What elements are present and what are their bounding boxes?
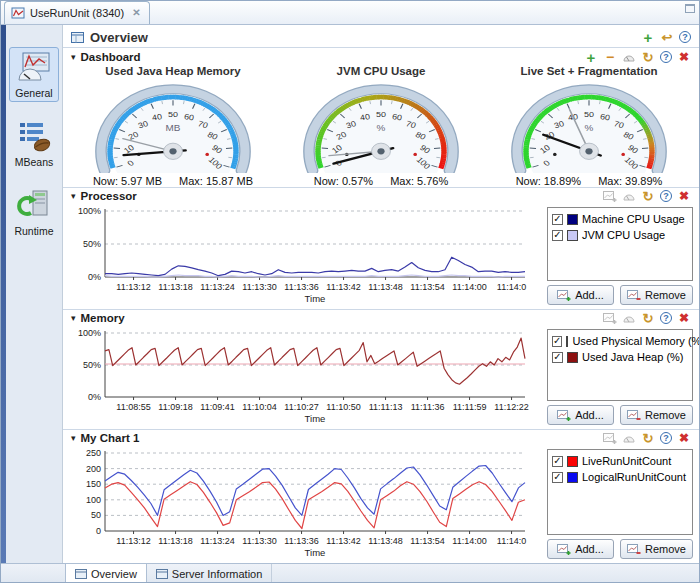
chart-add-icon[interactable] xyxy=(603,311,617,325)
svg-text:Time: Time xyxy=(305,293,326,304)
refresh-icon[interactable]: ↻ xyxy=(641,431,655,445)
chart-remove-icon xyxy=(627,289,641,301)
restore-window-icon[interactable] xyxy=(685,4,695,13)
svg-text:100%: 100% xyxy=(78,328,101,338)
help-icon[interactable]: ? xyxy=(660,432,672,444)
svg-text:11:13:24: 11:13:24 xyxy=(200,282,234,292)
add-attribute-button[interactable]: Add... xyxy=(547,539,614,559)
sidebar-item-label: General xyxy=(11,87,57,99)
collapse-icon[interactable]: ▾ xyxy=(71,191,76,201)
help-icon[interactable]: ? xyxy=(660,51,672,63)
svg-text:MB: MB xyxy=(166,124,181,133)
sidebar-item-label: MBeans xyxy=(11,156,57,168)
checkbox-checked[interactable]: ✓ xyxy=(552,214,563,225)
checkbox-checked[interactable]: ✓ xyxy=(552,336,562,347)
memory-header[interactable]: ▾ Memory ↻ ? ✖ xyxy=(63,310,699,325)
svg-text:40: 40 xyxy=(151,112,163,123)
page-header: Overview + ↩ ? xyxy=(63,25,699,47)
delete-section-icon[interactable]: ✖ xyxy=(677,311,691,325)
sidebar: General MBeans Runtim xyxy=(1,25,63,563)
series-color-swatch xyxy=(567,352,578,363)
remove-attribute-button[interactable]: Remove xyxy=(620,285,693,305)
svg-text:11:12:22: 11:12:22 xyxy=(494,402,528,412)
reset-to-default-icon[interactable]: ↩ xyxy=(660,30,674,44)
delete-section-icon[interactable]: ✖ xyxy=(677,431,691,445)
tab-overview[interactable]: Overview xyxy=(65,564,147,583)
chart-add-icon[interactable] xyxy=(603,189,617,203)
checkbox-checked[interactable]: ✓ xyxy=(552,456,563,467)
tab-close-icon[interactable]: ✕ xyxy=(132,7,140,18)
collapse-icon[interactable]: ▾ xyxy=(71,52,76,62)
svg-text:11:09:18: 11:09:18 xyxy=(158,402,192,412)
add-dial-icon[interactable]: + xyxy=(584,50,598,64)
series-label: Used Java Heap (%) xyxy=(582,351,684,363)
add-attribute-button[interactable]: Add... xyxy=(547,405,614,425)
svg-text:0: 0 xyxy=(96,526,101,536)
console-chart-icon xyxy=(11,7,25,19)
dial-add-icon[interactable] xyxy=(622,189,636,203)
sidebar-item-mbeans[interactable]: MBeans xyxy=(9,116,59,171)
checkbox-checked[interactable]: ✓ xyxy=(552,352,563,363)
svg-text:11:10:27: 11:10:27 xyxy=(284,402,318,412)
collapse-icon[interactable]: ▾ xyxy=(71,433,76,443)
section-dashboard: ▾ Dashboard + − ↻ ? ✖ Used Java Heap Mem… xyxy=(63,47,699,187)
remove-attribute-button[interactable]: Remove xyxy=(620,405,693,425)
remove-button-label: Remove xyxy=(645,543,686,555)
add-attribute-button[interactable]: Add... xyxy=(547,285,614,305)
checkbox-checked[interactable]: ✓ xyxy=(552,472,563,483)
page-title: Overview xyxy=(90,30,641,45)
svg-text:50%: 50% xyxy=(83,360,101,370)
dial-add-icon[interactable] xyxy=(622,431,636,445)
my-chart-1-chart: 05010015020025011:13:1211:13:1811:13:241… xyxy=(69,447,543,561)
legend-item: ✓ Used Physical Memory (%) xyxy=(550,333,690,349)
svg-text:Time: Time xyxy=(305,547,326,558)
editor-tab-userununit[interactable]: UseRunUnit (8340) ✕ xyxy=(4,1,150,24)
overview-page-icon xyxy=(71,32,84,43)
refresh-icon[interactable]: ↻ xyxy=(641,311,655,325)
series-label: LiveRunUnitCount xyxy=(582,455,671,467)
remove-attribute-button[interactable]: Remove xyxy=(620,539,693,559)
dial-add-icon[interactable] xyxy=(622,311,636,325)
delete-section-icon[interactable]: ✖ xyxy=(677,50,691,64)
collapse-icon[interactable]: ▾ xyxy=(71,313,76,323)
my-chart-1-header[interactable]: ▾ My Chart 1 ↻ ? ✖ xyxy=(63,430,699,445)
help-icon[interactable]: ? xyxy=(660,190,672,202)
tab-label: Server Information xyxy=(172,568,262,580)
section-processor: ▾ Processor ↻ ? ✖ 0%50%100%11:13:1211:13… xyxy=(63,187,699,309)
chart-add-icon[interactable] xyxy=(603,431,617,445)
editor-tab-bar: UseRunUnit (8340) ✕ xyxy=(1,1,699,25)
section-title: Processor xyxy=(81,190,603,202)
delete-section-icon[interactable]: ✖ xyxy=(677,189,691,203)
sidebar-item-general[interactable]: General xyxy=(9,47,59,102)
add-tab-icon[interactable]: + xyxy=(641,30,655,44)
svg-text:11:13:18: 11:13:18 xyxy=(158,282,192,292)
help-icon[interactable]: ? xyxy=(660,312,672,324)
sidebar-item-runtime[interactable]: Runtime xyxy=(9,185,59,240)
general-console-icon xyxy=(17,51,51,83)
checkbox-checked[interactable]: ✓ xyxy=(552,230,563,241)
legend-item: ✓ Machine CPU Usage xyxy=(550,211,690,227)
chart-add-icon xyxy=(557,543,571,555)
gauge-cpu: JVM CPU Usage 0102030405060708090100% No… xyxy=(278,65,484,187)
tab-server-information[interactable]: Server Information xyxy=(147,564,272,583)
processor-chart: 0%50%100%11:13:1211:13:1811:13:2411:13:3… xyxy=(69,205,543,307)
bottom-tab-bar: Overview Server Information xyxy=(1,563,699,583)
refresh-icon[interactable]: ↻ xyxy=(641,50,655,64)
dial-options-icon[interactable] xyxy=(622,50,636,64)
svg-text:Time: Time xyxy=(305,413,326,424)
processor-legend: ✓ Machine CPU Usage ✓ JVM CPU Usage xyxy=(547,207,693,281)
svg-text:50%: 50% xyxy=(83,239,101,249)
processor-header[interactable]: ▾ Processor ↻ ? ✖ xyxy=(63,188,699,203)
help-icon[interactable]: ? xyxy=(679,31,691,43)
svg-text:50: 50 xyxy=(91,510,101,520)
dashboard-header[interactable]: ▾ Dashboard + − ↻ ? ✖ xyxy=(63,48,699,65)
remove-dial-icon[interactable]: − xyxy=(603,50,617,64)
section-memory: ▾ Memory ↻ ? ✖ 0%50%100%11:08:5511:09:18… xyxy=(63,309,699,429)
svg-text:100%: 100% xyxy=(78,206,101,216)
svg-text:11:13:30: 11:13:30 xyxy=(242,282,276,292)
legend-item: ✓ Used Java Heap (%) xyxy=(550,349,690,365)
svg-text:11:13:48: 11:13:48 xyxy=(368,282,402,292)
svg-text:11:11:13: 11:11:13 xyxy=(369,402,403,412)
svg-text:0%: 0% xyxy=(88,272,101,282)
refresh-icon[interactable]: ↻ xyxy=(641,189,655,203)
